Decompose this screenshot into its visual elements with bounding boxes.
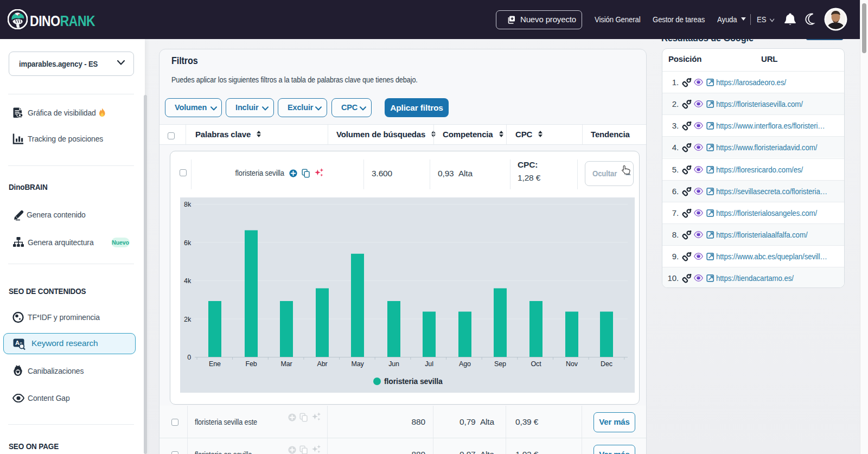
svg-text:Mar: Mar — [280, 360, 292, 368]
svg-text:Abr: Abr — [317, 360, 327, 368]
svg-text:floristeria sevilla: floristeria sevilla — [384, 377, 443, 386]
svg-text:A: A — [15, 340, 20, 346]
svg-text:Oct: Oct — [531, 360, 542, 368]
svg-text:Dec: Dec — [601, 360, 612, 368]
svg-text:Jul: Jul — [425, 360, 433, 368]
svg-text:8k: 8k — [184, 201, 192, 208]
svg-text:4k: 4k — [184, 277, 192, 285]
svg-text:Ago: Ago — [459, 360, 471, 368]
svg-text:Jun: Jun — [388, 360, 399, 368]
svg-text:Feb: Feb — [245, 360, 257, 368]
svg-text:2k: 2k — [184, 316, 192, 323]
svg-text:Sep: Sep — [494, 360, 506, 368]
svg-text:6k: 6k — [184, 239, 192, 247]
svg-text:0: 0 — [187, 354, 191, 361]
svg-text:Ene: Ene — [209, 360, 221, 368]
svg-text:Nov: Nov — [566, 360, 578, 368]
svg-text:May: May — [351, 360, 364, 368]
